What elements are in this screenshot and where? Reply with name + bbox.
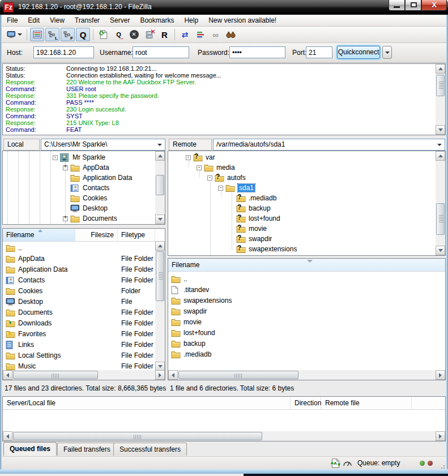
disconnect-button[interactable]: ✕ [142,28,156,41]
reconnect-button[interactable]: R [157,28,172,41]
file-row[interactable]: CookiesFolder [3,285,42,296]
scrollbar-thumb[interactable] [156,251,164,301]
menu-bookmarks[interactable]: Bookmarks [135,15,179,27]
collapse-expander-icon[interactable] [207,175,212,181]
process-queue-button[interactable]: Q → [112,28,126,41]
find-files-button[interactable] [224,28,238,41]
file-row[interactable]: ▼DownloadsFile Folder [3,318,52,328]
file-row[interactable]: swapextensions [169,295,232,306]
resize-grip[interactable] [440,464,445,469]
tree-item-downloads[interactable]: ▼ Downloads [63,224,116,225]
tree-item-desktop[interactable]: Desktop [70,203,108,213]
local-file-list[interactable]: Filename Filesize Filetype .. AppDataFil… [2,228,165,380]
local-list-hscrollbar[interactable] [3,370,165,380]
file-row[interactable]: Local SettingsFile Folder [3,350,61,361]
tree-item-dvd[interactable]: ? dvd [207,254,231,256]
password-input[interactable] [229,46,285,58]
file-row[interactable]: movie [169,316,202,327]
tree-item-contacts[interactable]: Contacts [70,183,109,193]
site-manager-button[interactable] [5,28,24,41]
tree-item-movie[interactable]: ? movie [236,224,267,234]
column-header-remote-file[interactable]: Remote file [321,397,412,409]
queue-hscrollbar[interactable] [3,431,445,441]
file-row[interactable]: .. [3,242,22,253]
file-row[interactable]: Application DataFile Folder [3,264,67,275]
splitter-collapse-icon[interactable] [307,260,313,263]
tree-item-autofs[interactable]: ? autofs [207,173,246,183]
close-button[interactable]: X [421,0,447,11]
tree-item-swapdir[interactable]: ? swapdir [236,234,272,244]
host-input[interactable] [33,46,94,58]
collapse-expander-icon[interactable] [197,165,202,170]
file-row[interactable]: lost+found [169,327,215,338]
toggle-message-log-button[interactable] [30,28,44,41]
tree-item-appdata[interactable]: AppData [63,162,109,173]
remote-site-combo[interactable]: /var/media/autofs/sda1 [213,139,445,151]
remote-tree-scrollbar[interactable] [436,151,445,255]
column-header-filesize[interactable]: Filesize [75,229,118,241]
scrollbar-thumb[interactable] [436,203,445,235]
maximize-button[interactable] [405,0,421,11]
scrollbar-thumb[interactable] [13,432,262,440]
tree-item-documents[interactable]: Documents [63,213,117,224]
file-row[interactable]: backup [169,338,206,349]
menu-file[interactable]: File [2,15,23,27]
file-row[interactable]: DocumentsFile Folder [3,307,53,318]
file-row[interactable]: .titandev [169,284,209,295]
toggle-remote-tree-button[interactable]: F [61,28,75,41]
column-header-filetype[interactable]: Filetype [118,229,155,241]
collapse-expander-icon[interactable] [186,155,191,160]
column-header-direction[interactable]: Direction [291,397,321,409]
file-row[interactable]: ★FavoritesFile Folder [3,328,46,339]
local-site-combo[interactable]: C:\Users\Mr Sparkle\ [41,139,165,151]
title-bar[interactable]: Fz 192.168.1.20 - root@192.168.1.20 - Fi… [0,0,448,15]
menu-transfer[interactable]: Transfer [70,15,105,27]
tree-item-media[interactable]: media [197,162,235,173]
menu-help[interactable]: Help [179,15,203,27]
tab-successful-transfers[interactable]: Successful transfers [113,443,187,456]
directory-comparison-button[interactable]: ⇄ [178,28,192,41]
local-tree[interactable]: Mr Sparkle AppData Application Data Cont… [2,151,165,225]
remote-tree[interactable]: ? var media ? autofs sda1 ? .mediadb ? b… [168,151,446,256]
column-header-server-local-file[interactable]: Server/Local file [3,397,291,409]
cancel-button[interactable]: ✕ [127,28,141,41]
refresh-button[interactable]: ⟳ [96,28,110,41]
scrollbar-thumb[interactable] [436,75,445,96]
message-log[interactable]: Status:Connecting to 192.168.1.20:21... … [2,63,446,135]
username-input[interactable] [133,46,189,58]
file-row[interactable]: .. [169,273,187,284]
quickconnect-button[interactable]: Quickconnect [337,46,380,59]
file-row[interactable]: AppDataFile Folder [3,253,45,264]
speed-limits-icon[interactable] [343,460,352,468]
tree-item-var[interactable]: ? var [186,152,215,162]
file-row[interactable]: .mediadb [169,349,211,359]
remote-list-hscrollbar[interactable] [168,370,445,380]
transfer-queue-panel[interactable]: Server/Local file Direction Remote file [2,396,446,441]
synchronized-browsing-button[interactable]: ∞ [208,28,223,41]
menu-server[interactable]: Server [105,15,135,27]
tree-item-backup[interactable]: ? backup [236,203,271,213]
menu-edit[interactable]: Edit [23,15,45,27]
menu-view[interactable]: View [45,15,70,27]
tab-queued-files[interactable]: Queued files [3,442,57,456]
minimize-button[interactable] [389,0,405,11]
scrollbar-thumb[interactable] [156,175,164,195]
port-input[interactable] [306,46,332,58]
log-scrollbar[interactable] [436,64,445,135]
toggle-local-tree-button[interactable]: L [45,28,59,41]
file-row[interactable]: swapdir [169,306,207,316]
toggle-queue-button[interactable]: Q [76,28,90,41]
quickconnect-dropdown-button[interactable] [382,46,392,59]
menu-new-version-notice[interactable]: New version available! [203,15,281,27]
remote-file-list[interactable]: Filename .. .titandev swapextensions swa… [168,258,446,380]
file-row[interactable]: DesktopFile [3,296,43,307]
expand-expander-icon[interactable] [63,165,68,170]
scrollbar-thumb[interactable] [13,371,98,379]
tree-item-sda1[interactable]: sda1 [218,183,255,193]
expand-expander-icon[interactable] [63,216,68,221]
file-row[interactable]: ContactsFile Folder [3,275,45,285]
local-tree-scrollbar[interactable] [155,151,165,224]
tab-failed-transfers[interactable]: Failed transfers [57,443,117,456]
file-row[interactable]: LinksFile Folder [3,339,34,350]
tree-item-mediadb[interactable]: ? .mediadb [236,193,276,203]
